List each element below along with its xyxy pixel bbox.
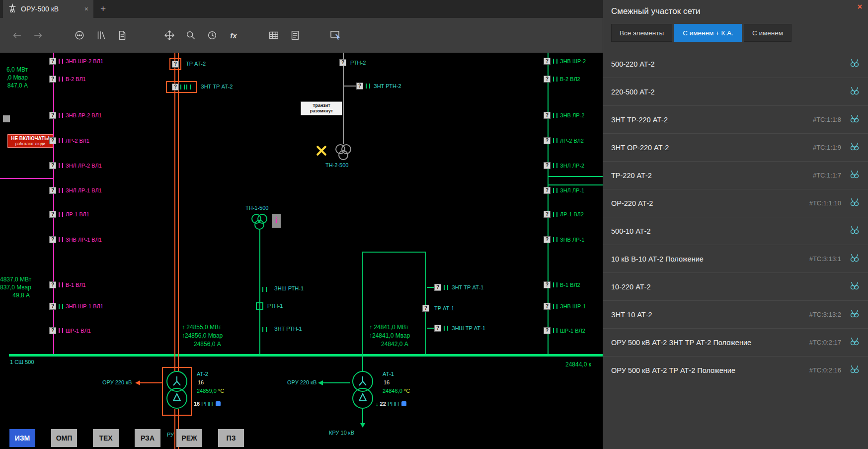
earth-switch-icon[interactable] [444, 285, 448, 290]
feeder-item[interactable]: ?В-1 ВЛ1 [49, 281, 86, 289]
formula-icon[interactable]: fx [228, 29, 239, 41]
info-marker[interactable]: i [272, 214, 281, 228]
quality-badge[interactable]: ? [544, 303, 551, 310]
report-icon[interactable] [289, 29, 301, 41]
quality-badge[interactable]: ? [356, 83, 363, 90]
mode-button-pz[interactable]: ПЗ [218, 429, 244, 447]
earth-switch-icon[interactable] [366, 84, 370, 89]
at1-transformer-symbol[interactable] [350, 370, 376, 413]
feeder-item[interactable]: ?ШР-1 ВЛ2 [544, 327, 585, 335]
filter-named[interactable]: С именем [744, 24, 791, 42]
feeder-item[interactable]: ?ЗНВ ЛР-1 [544, 236, 584, 244]
list-item[interactable]: 10-220 АТ-2 [603, 272, 868, 300]
locate-binoculars-icon[interactable] [849, 169, 860, 182]
screen-select-icon[interactable] [329, 29, 341, 41]
quality-badge[interactable]: ? [434, 325, 441, 332]
schematic-canvas[interactable]: 6,0 МВт ,0 Мвар 847,0 А 4837,0 МВт 837,0… [0, 53, 603, 449]
list-item[interactable]: ЗНТ 10 АТ-2#ТС:3:13:2 [603, 300, 868, 328]
switch-icon[interactable] [59, 59, 63, 64]
filter-named-plus-ka[interactable]: С именем + К.А. [674, 24, 742, 42]
quality-badge[interactable]: ? [49, 327, 56, 334]
tn1-transformer-symbol[interactable] [249, 213, 270, 231]
switch-icon[interactable] [553, 163, 557, 168]
locate-binoculars-icon[interactable] [849, 225, 860, 238]
rpn-indicator-icon[interactable] [401, 401, 406, 406]
mode-button-izm[interactable]: ИЗМ [9, 429, 35, 447]
list-item[interactable]: ОР-220 АТ-2#ТС:1:1:10 [603, 189, 868, 217]
quality-badge[interactable]: ? [49, 76, 56, 83]
switch-icon[interactable] [553, 328, 557, 333]
layers-columns-icon[interactable] [95, 29, 107, 41]
earth-switch-icon[interactable] [180, 85, 185, 90]
tab-close-icon[interactable]: × [84, 5, 88, 13]
rpn-indicator-icon[interactable] [216, 401, 221, 406]
back-arrow-icon[interactable] [11, 29, 23, 41]
quality-badge[interactable]: ? [544, 281, 551, 288]
at2-transformer-symbol[interactable] [164, 370, 190, 413]
switch-icon[interactable] [553, 237, 557, 242]
feeder-item[interactable]: ?ЗНВ ЛР-2 ВЛ1 [49, 111, 102, 119]
quality-badge[interactable]: ? [544, 187, 551, 194]
feeder-item[interactable]: ?ЛР-1 ВЛ1 [49, 210, 89, 218]
locate-binoculars-icon[interactable] [849, 364, 860, 377]
switch-icon[interactable] [553, 59, 557, 64]
list-item[interactable]: ОРУ 500 кВ АТ-2 ТР АТ-2 Положение#ТС:0:2… [603, 356, 868, 384]
quality-badge[interactable]: ? [49, 112, 56, 119]
quality-badge[interactable]: ? [49, 236, 56, 243]
switch-icon[interactable] [59, 188, 63, 193]
quality-badge[interactable]: ? [422, 305, 429, 312]
tab-oru-500[interactable]: ОРУ-500 кВ × [3, 0, 93, 18]
feeder-item[interactable]: ?В-1 ВЛ2 [544, 281, 580, 289]
at2-tr-switch-box[interactable]: ? [169, 58, 181, 70]
zoom-icon[interactable] [185, 29, 197, 41]
switch-icon[interactable] [553, 113, 557, 118]
earth-switch-icon[interactable] [186, 85, 191, 90]
quality-badge[interactable]: ? [49, 211, 56, 218]
quality-badge[interactable]: ? [544, 76, 551, 83]
feeder-item[interactable]: ?ЗНВ ЛР-1 ВЛ1 [49, 236, 102, 244]
quality-badge[interactable]: ? [49, 281, 56, 288]
feeder-item[interactable]: ?ШР-1 ВЛ1 [49, 327, 91, 335]
quality-badge[interactable]: ? [49, 137, 56, 144]
list-item[interactable]: 220-500 АТ-2 [603, 78, 868, 105]
forward-arrow-icon[interactable] [32, 29, 44, 41]
pan-icon[interactable] [163, 29, 175, 41]
feeder-item[interactable]: ?ЗНВ ШР-2 ВЛ1 [49, 57, 103, 65]
locate-binoculars-icon[interactable] [849, 113, 860, 126]
switch-icon[interactable] [59, 77, 63, 82]
switch-icon[interactable] [59, 304, 63, 309]
table-icon[interactable] [268, 29, 280, 41]
list-item[interactable]: 500-220 АТ-2 [603, 50, 868, 78]
panel-close-icon[interactable]: × [858, 2, 862, 11]
locate-binoculars-icon[interactable] [849, 253, 860, 266]
feeder-item[interactable]: ?ЗНВ ШР-1 ВЛ1 [49, 302, 103, 310]
locate-binoculars-icon[interactable] [849, 141, 860, 154]
quality-badge[interactable]: ? [544, 236, 551, 243]
feeder-item[interactable]: ?ЛР-1 ВЛ2 [544, 210, 584, 218]
list-item[interactable]: ЗНТ ОР-220 АТ-2#ТС:1:1:9 [603, 133, 868, 161]
list-item[interactable]: ЗНТ ТР-220 АТ-2#ТС:1:1:8 [603, 105, 868, 133]
switch-icon[interactable] [59, 138, 63, 143]
list-item[interactable]: ОРУ 500 кВ АТ-2 ЗНТ ТР АТ-2 Положение#ТС… [603, 328, 868, 356]
tn2-transformer-symbol[interactable] [333, 143, 354, 161]
quality-badge[interactable]: ? [49, 187, 56, 194]
switch-icon[interactable] [553, 188, 557, 193]
switch-icon[interactable] [553, 77, 557, 82]
switch-icon[interactable] [59, 212, 63, 217]
list-item[interactable]: 500-10 АТ-2 [603, 217, 868, 245]
list-item[interactable]: ТР-220 АТ-2#ТС:1:1:7 [603, 161, 868, 189]
feeder-item[interactable]: ?ЗНЛ ЛР-1 ВЛ1 [49, 186, 102, 194]
list-item[interactable]: 10 кВ В-10 АТ-2 Положение#ТС:3:13:1 [603, 245, 868, 272]
quality-badge[interactable]: ? [49, 303, 56, 310]
earth-switch-icon[interactable] [444, 326, 448, 331]
quality-badge[interactable]: ? [172, 84, 179, 90]
switch-icon[interactable] [59, 113, 63, 118]
locate-binoculars-icon[interactable] [849, 86, 860, 98]
quality-badge[interactable]: ? [544, 58, 551, 65]
switch-icon[interactable] [59, 328, 63, 333]
at2-znt-switch-box[interactable]: ? [166, 81, 197, 93]
quality-badge[interactable]: ? [544, 137, 551, 144]
new-tab-button[interactable]: + [93, 0, 113, 18]
feeder-item[interactable]: ?ЗНЛ ЛР-2 ВЛ1 [49, 162, 102, 170]
locate-binoculars-icon[interactable] [849, 197, 860, 210]
